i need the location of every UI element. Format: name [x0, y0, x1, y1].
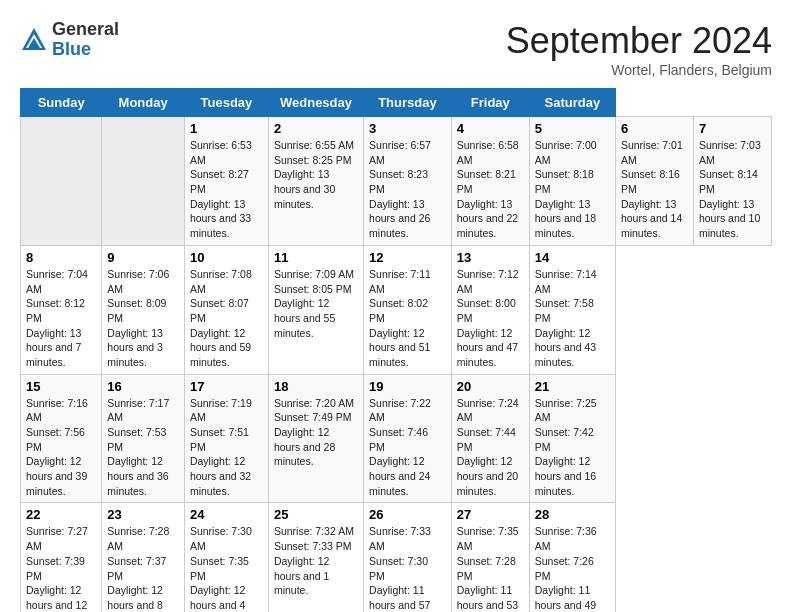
- cell-info: Sunrise: 7:19 AMSunset: 7:51 PMDaylight:…: [190, 396, 263, 499]
- cell-info: Sunrise: 7:32 AMSunset: 7:33 PMDaylight:…: [274, 524, 358, 597]
- day-header-saturday: Saturday: [529, 89, 615, 117]
- month-title: September 2024: [506, 20, 772, 62]
- day-number: 13: [457, 250, 524, 265]
- day-number: 4: [457, 121, 524, 136]
- calendar-cell: 11Sunrise: 7:09 AMSunset: 8:05 PMDayligh…: [268, 245, 363, 374]
- day-number: 3: [369, 121, 446, 136]
- day-number: 18: [274, 379, 358, 394]
- day-number: 11: [274, 250, 358, 265]
- day-number: 17: [190, 379, 263, 394]
- calendar-cell: 28Sunrise: 7:36 AMSunset: 7:26 PMDayligh…: [529, 503, 615, 612]
- day-header-wednesday: Wednesday: [268, 89, 363, 117]
- calendar-cell: 6Sunrise: 7:01 AMSunset: 8:16 PMDaylight…: [615, 117, 693, 246]
- calendar-cell: 25Sunrise: 7:32 AMSunset: 7:33 PMDayligh…: [268, 503, 363, 612]
- day-number: 19: [369, 379, 446, 394]
- day-number: 28: [535, 507, 610, 522]
- calendar-cell: 21Sunrise: 7:25 AMSunset: 7:42 PMDayligh…: [529, 374, 615, 503]
- cell-info: Sunrise: 7:00 AMSunset: 8:18 PMDaylight:…: [535, 138, 610, 241]
- day-header-monday: Monday: [102, 89, 185, 117]
- calendar-cell: 26Sunrise: 7:33 AMSunset: 7:30 PMDayligh…: [364, 503, 452, 612]
- cell-info: Sunrise: 6:58 AMSunset: 8:21 PMDaylight:…: [457, 138, 524, 241]
- logo-icon: [20, 26, 48, 54]
- day-number: 20: [457, 379, 524, 394]
- week-row-3: 15Sunrise: 7:16 AMSunset: 7:56 PMDayligh…: [21, 374, 772, 503]
- location: Wortel, Flanders, Belgium: [506, 62, 772, 78]
- day-number: 24: [190, 507, 263, 522]
- calendar-cell: 20Sunrise: 7:24 AMSunset: 7:44 PMDayligh…: [451, 374, 529, 503]
- cell-info: Sunrise: 7:17 AMSunset: 7:53 PMDaylight:…: [107, 396, 179, 499]
- calendar-cell: 7Sunrise: 7:03 AMSunset: 8:14 PMDaylight…: [693, 117, 771, 246]
- cell-info: Sunrise: 7:25 AMSunset: 7:42 PMDaylight:…: [535, 396, 610, 499]
- cell-info: Sunrise: 7:03 AMSunset: 8:14 PMDaylight:…: [699, 138, 766, 241]
- calendar-cell: [102, 117, 185, 246]
- day-number: 16: [107, 379, 179, 394]
- calendar-cell: 24Sunrise: 7:30 AMSunset: 7:35 PMDayligh…: [184, 503, 268, 612]
- cell-info: Sunrise: 7:11 AMSunset: 8:02 PMDaylight:…: [369, 267, 446, 370]
- day-number: 10: [190, 250, 263, 265]
- calendar-cell: [21, 117, 102, 246]
- cell-info: Sunrise: 7:30 AMSunset: 7:35 PMDaylight:…: [190, 524, 263, 612]
- calendar-cell: 3Sunrise: 6:57 AMSunset: 8:23 PMDaylight…: [364, 117, 452, 246]
- calendar-cell: 14Sunrise: 7:14 AMSunset: 7:58 PMDayligh…: [529, 245, 615, 374]
- day-header-tuesday: Tuesday: [184, 89, 268, 117]
- cell-info: Sunrise: 7:20 AMSunset: 7:49 PMDaylight:…: [274, 396, 358, 469]
- cell-info: Sunrise: 7:27 AMSunset: 7:39 PMDaylight:…: [26, 524, 96, 612]
- calendar-table: SundayMondayTuesdayWednesdayThursdayFrid…: [20, 88, 772, 612]
- day-number: 6: [621, 121, 688, 136]
- day-number: 2: [274, 121, 358, 136]
- calendar-cell: 27Sunrise: 7:35 AMSunset: 7:28 PMDayligh…: [451, 503, 529, 612]
- calendar-cell: 5Sunrise: 7:00 AMSunset: 8:18 PMDaylight…: [529, 117, 615, 246]
- day-number: 25: [274, 507, 358, 522]
- cell-info: Sunrise: 6:55 AMSunset: 8:25 PMDaylight:…: [274, 138, 358, 211]
- cell-info: Sunrise: 7:09 AMSunset: 8:05 PMDaylight:…: [274, 267, 358, 340]
- calendar-cell: 2Sunrise: 6:55 AMSunset: 8:25 PMDaylight…: [268, 117, 363, 246]
- calendar-cell: 10Sunrise: 7:08 AMSunset: 8:07 PMDayligh…: [184, 245, 268, 374]
- day-number: 23: [107, 507, 179, 522]
- cell-info: Sunrise: 7:35 AMSunset: 7:28 PMDaylight:…: [457, 524, 524, 612]
- cell-info: Sunrise: 7:04 AMSunset: 8:12 PMDaylight:…: [26, 267, 96, 370]
- cell-info: Sunrise: 7:28 AMSunset: 7:37 PMDaylight:…: [107, 524, 179, 612]
- cell-info: Sunrise: 7:06 AMSunset: 8:09 PMDaylight:…: [107, 267, 179, 370]
- day-header-sunday: Sunday: [21, 89, 102, 117]
- calendar-cell: 23Sunrise: 7:28 AMSunset: 7:37 PMDayligh…: [102, 503, 185, 612]
- week-row-2: 8Sunrise: 7:04 AMSunset: 8:12 PMDaylight…: [21, 245, 772, 374]
- day-number: 22: [26, 507, 96, 522]
- day-number: 15: [26, 379, 96, 394]
- cell-info: Sunrise: 7:08 AMSunset: 8:07 PMDaylight:…: [190, 267, 263, 370]
- day-number: 14: [535, 250, 610, 265]
- calendar-cell: 16Sunrise: 7:17 AMSunset: 7:53 PMDayligh…: [102, 374, 185, 503]
- day-number: 5: [535, 121, 610, 136]
- cell-info: Sunrise: 6:53 AMSunset: 8:27 PMDaylight:…: [190, 138, 263, 241]
- day-header-thursday: Thursday: [364, 89, 452, 117]
- day-number: 12: [369, 250, 446, 265]
- cell-info: Sunrise: 7:14 AMSunset: 7:58 PMDaylight:…: [535, 267, 610, 370]
- cell-info: Sunrise: 7:36 AMSunset: 7:26 PMDaylight:…: [535, 524, 610, 612]
- cell-info: Sunrise: 7:12 AMSunset: 8:00 PMDaylight:…: [457, 267, 524, 370]
- calendar-cell: 19Sunrise: 7:22 AMSunset: 7:46 PMDayligh…: [364, 374, 452, 503]
- calendar-cell: 9Sunrise: 7:06 AMSunset: 8:09 PMDaylight…: [102, 245, 185, 374]
- logo: General Blue: [20, 20, 119, 60]
- calendar-cell: 4Sunrise: 6:58 AMSunset: 8:21 PMDaylight…: [451, 117, 529, 246]
- day-number: 7: [699, 121, 766, 136]
- day-number: 8: [26, 250, 96, 265]
- calendar-cell: 8Sunrise: 7:04 AMSunset: 8:12 PMDaylight…: [21, 245, 102, 374]
- title-block: September 2024 Wortel, Flanders, Belgium: [506, 20, 772, 78]
- cell-info: Sunrise: 7:33 AMSunset: 7:30 PMDaylight:…: [369, 524, 446, 612]
- logo-text: General Blue: [52, 20, 119, 60]
- page-header: General Blue September 2024 Wortel, Flan…: [20, 20, 772, 78]
- calendar-cell: 13Sunrise: 7:12 AMSunset: 8:00 PMDayligh…: [451, 245, 529, 374]
- cell-info: Sunrise: 7:16 AMSunset: 7:56 PMDaylight:…: [26, 396, 96, 499]
- day-number: 21: [535, 379, 610, 394]
- week-row-4: 22Sunrise: 7:27 AMSunset: 7:39 PMDayligh…: [21, 503, 772, 612]
- calendar-cell: 18Sunrise: 7:20 AMSunset: 7:49 PMDayligh…: [268, 374, 363, 503]
- cell-info: Sunrise: 7:01 AMSunset: 8:16 PMDaylight:…: [621, 138, 688, 241]
- calendar-cell: 17Sunrise: 7:19 AMSunset: 7:51 PMDayligh…: [184, 374, 268, 503]
- day-number: 26: [369, 507, 446, 522]
- cell-info: Sunrise: 7:22 AMSunset: 7:46 PMDaylight:…: [369, 396, 446, 499]
- calendar-cell: 15Sunrise: 7:16 AMSunset: 7:56 PMDayligh…: [21, 374, 102, 503]
- day-header-friday: Friday: [451, 89, 529, 117]
- week-row-1: 1Sunrise: 6:53 AMSunset: 8:27 PMDaylight…: [21, 117, 772, 246]
- day-number: 1: [190, 121, 263, 136]
- calendar-cell: 22Sunrise: 7:27 AMSunset: 7:39 PMDayligh…: [21, 503, 102, 612]
- calendar-cell: 1Sunrise: 6:53 AMSunset: 8:27 PMDaylight…: [184, 117, 268, 246]
